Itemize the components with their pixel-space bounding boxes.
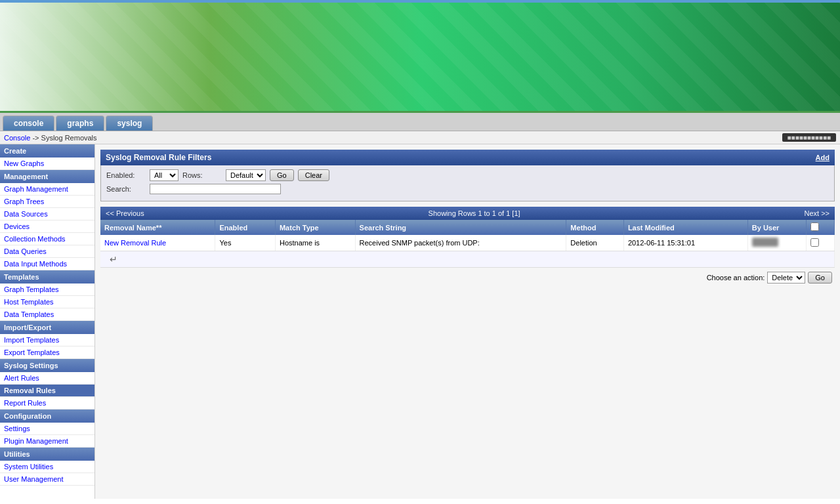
removal-rules-table: Removal Name** Enabled Match Type Search… xyxy=(100,220,835,268)
cell-last-modified: 2012-06-11 15:31:01 xyxy=(623,235,747,251)
sidebar-item-data-sources[interactable]: Data Sources xyxy=(0,208,94,220)
sidebar-item-system-utilities[interactable]: System Utilities xyxy=(0,461,94,473)
breadcrumb-home[interactable]: Console xyxy=(4,134,30,142)
search-input[interactable] xyxy=(150,184,281,194)
sidebar-section-syslog-settings: Syslog Settings xyxy=(0,359,94,372)
tab-syslog[interactable]: syslog xyxy=(106,116,153,131)
search-label: Search: xyxy=(106,185,146,193)
filter-row-2: Search: xyxy=(106,184,829,194)
breadcrumb-right: ■■■■■■■■■■■ xyxy=(782,133,836,142)
tab-graphs[interactable]: graphs xyxy=(56,116,104,131)
clear-button[interactable]: Clear xyxy=(298,169,329,181)
rows-select[interactable]: Default 10 25 50 100 xyxy=(226,169,266,181)
row-checkbox[interactable] xyxy=(810,238,819,247)
sidebar-item-removal-rules[interactable]: Removal Rules xyxy=(0,385,94,397)
table-row: New Removal Rule Yes Hostname is Receive… xyxy=(100,235,835,251)
sidebar-section-import-export: Import/Export xyxy=(0,321,94,334)
cell-search-string: Received SNMP packet(s) from UDP: xyxy=(355,235,566,251)
top-banner xyxy=(0,3,840,113)
sidebar-item-data-input-methods[interactable]: Data Input Methods xyxy=(0,258,94,270)
content-area: Syslog Removal Rule Filters Add Enabled:… xyxy=(95,144,840,499)
col-match-type: Match Type xyxy=(275,220,355,235)
user-redacted xyxy=(752,238,778,247)
sidebar-section-create: Create xyxy=(0,144,94,158)
sidebar-item-data-templates[interactable]: Data Templates xyxy=(0,308,94,321)
cell-by-user xyxy=(747,235,807,251)
next-page-link[interactable]: Next >> xyxy=(804,209,830,217)
nav-tabs: console graphs syslog xyxy=(0,113,840,131)
cell-removal-name: New Removal Rule xyxy=(100,235,215,251)
sidebar-section-configuration: Configuration xyxy=(0,410,94,423)
panel-body: Enabled: All Yes No Rows: Default 10 25 … xyxy=(100,165,835,201)
col-last-modified: Last Modified xyxy=(623,220,747,235)
sidebar-item-host-templates[interactable]: Host Templates xyxy=(0,296,94,308)
cell-enabled: Yes xyxy=(215,235,276,251)
sidebar-item-devices[interactable]: Devices xyxy=(0,220,94,233)
panel-title: Syslog Removal Rule Filters xyxy=(106,153,211,162)
main-layout: Create New Graphs Management Graph Manag… xyxy=(0,144,840,499)
col-method: Method xyxy=(566,220,624,235)
prev-page-link[interactable]: << Previous xyxy=(106,209,144,217)
col-removal-name: Removal Name** xyxy=(100,220,215,235)
sidebar-item-graph-templates[interactable]: Graph Templates xyxy=(0,284,94,296)
cell-method: Deletion xyxy=(566,235,624,251)
breadcrumb-current: Syslog Removals xyxy=(41,134,97,142)
go-button[interactable]: Go xyxy=(270,169,294,181)
cell-select xyxy=(807,235,835,251)
select-all-checkbox[interactable] xyxy=(810,222,819,231)
sidebar-item-new-graphs[interactable]: New Graphs xyxy=(0,158,94,170)
sidebar-section-utilities: Utilities xyxy=(0,448,94,461)
col-search-string: Search String xyxy=(355,220,566,235)
indent-icon: ↵ xyxy=(104,254,117,264)
col-enabled: Enabled xyxy=(215,220,276,235)
cell-match-type: Hostname is xyxy=(275,235,355,251)
removal-rule-link[interactable]: New Removal Rule xyxy=(104,239,166,247)
rows-label: Rows: xyxy=(182,171,222,179)
action-select[interactable]: Delete xyxy=(767,272,805,284)
sidebar-item-plugin-management[interactable]: Plugin Management xyxy=(0,435,94,448)
pagination-info: Showing Rows 1 to 1 of 1 [1] xyxy=(429,209,520,217)
pagination-row: << Previous Showing Rows 1 to 1 of 1 [1]… xyxy=(100,207,835,220)
breadcrumb-separator: -> xyxy=(32,134,41,142)
sidebar-item-graph-management[interactable]: Graph Management xyxy=(0,183,94,196)
sidebar-item-import-templates[interactable]: Import Templates xyxy=(0,334,94,346)
action-row: Choose an action: Delete Go xyxy=(100,268,835,287)
indent-row: ↵ xyxy=(100,251,835,268)
sidebar-item-graph-trees[interactable]: Graph Trees xyxy=(0,196,94,208)
tab-console[interactable]: console xyxy=(3,116,54,131)
col-select xyxy=(807,220,835,235)
enabled-label: Enabled: xyxy=(106,171,146,179)
sidebar-section-templates: Templates xyxy=(0,270,94,284)
col-by-user: By User xyxy=(747,220,807,235)
indent-cell: ↵ xyxy=(100,251,835,268)
sidebar-item-collection-methods[interactable]: Collection Methods xyxy=(0,233,94,245)
panel-header: Syslog Removal Rule Filters Add xyxy=(100,150,835,165)
action-label: Choose an action: xyxy=(707,274,765,282)
breadcrumb: Console -> Syslog Removals ■■■■■■■■■■■ xyxy=(0,131,840,144)
sidebar-item-user-management[interactable]: User Management xyxy=(0,473,94,486)
filter-row-1: Enabled: All Yes No Rows: Default 10 25 … xyxy=(106,169,829,181)
sidebar-section-management: Management xyxy=(0,170,94,183)
sidebar-item-report-rules[interactable]: Report Rules xyxy=(0,397,94,410)
sidebar-item-alert-rules[interactable]: Alert Rules xyxy=(0,372,94,385)
enabled-select[interactable]: All Yes No xyxy=(150,169,178,181)
sidebar-item-export-templates[interactable]: Export Templates xyxy=(0,346,94,359)
sidebar-item-data-queries[interactable]: Data Queries xyxy=(0,245,94,258)
sidebar-item-settings[interactable]: Settings xyxy=(0,423,94,435)
sidebar: Create New Graphs Management Graph Manag… xyxy=(0,144,95,499)
add-link[interactable]: Add xyxy=(816,154,830,161)
action-go-button[interactable]: Go xyxy=(808,272,832,284)
